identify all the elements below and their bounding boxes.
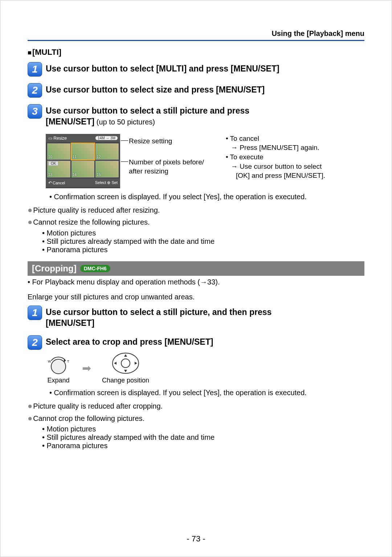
resize-sub-2: • Still pictures already stamped with th… bbox=[42, 237, 364, 246]
svg-marker-6 bbox=[124, 354, 127, 357]
svg-text:T: T bbox=[67, 360, 69, 363]
crop-step-1-badge: 1 bbox=[28, 306, 42, 320]
resize-sub-1: • Motion pictures bbox=[42, 229, 364, 237]
step-1-badge: 1 bbox=[28, 62, 42, 77]
square-bullet-icon: ■ bbox=[28, 49, 32, 56]
svg-text:W: W bbox=[48, 360, 51, 363]
svg-point-0 bbox=[51, 359, 66, 374]
step-2-badge: 2 bbox=[28, 83, 42, 98]
crop-sub-3: • Panorama pictures bbox=[42, 442, 364, 450]
back-icon: ↶ bbox=[48, 180, 52, 185]
crop-sub-2: • Still pictures already stamped with th… bbox=[42, 433, 364, 442]
multi-title: ■[MULTI] bbox=[28, 48, 364, 57]
step-3-badge: 3 bbox=[28, 104, 42, 119]
folder-icon: ▭ bbox=[48, 136, 52, 141]
svg-marker-9 bbox=[135, 362, 137, 365]
resize-note-1: ●Picture quality is reduced after resizi… bbox=[28, 205, 364, 216]
cropping-intro: Enlarge your still pictures and crop unw… bbox=[28, 293, 364, 301]
cropping-heading: [Cropping] DMC-FH6 bbox=[28, 261, 364, 276]
crop-step-1-text: Use cursor button to select a still pict… bbox=[46, 306, 271, 329]
crop-sub-1: • Motion pictures bbox=[42, 425, 364, 433]
crop-step-2-badge: 2 bbox=[28, 335, 42, 350]
page-number: - 73 - bbox=[0, 534, 392, 544]
resize-lcd-screenshot: ▭ Resize 14M → 3M 10 11 12 13 14 15 OK ↶… bbox=[46, 134, 120, 188]
model-badge: DMC-FH6 bbox=[80, 265, 110, 272]
svg-point-5 bbox=[121, 359, 130, 368]
step-1-text: Use cursor button to select [MULTI] and … bbox=[46, 62, 279, 74]
ok-button: OK bbox=[48, 161, 58, 166]
resize-note-2: ●Cannot resize the following pictures. bbox=[28, 217, 364, 228]
resize-confirmation: • Confirmation screen is displayed. If y… bbox=[49, 193, 364, 201]
crop-note-2: ●Cannot crop the following pictures. bbox=[28, 413, 364, 424]
step-3-text: Use cursor button to select a still pict… bbox=[46, 104, 249, 127]
svg-marker-7 bbox=[124, 370, 127, 372]
resize-sub-3: • Panorama pictures bbox=[42, 246, 364, 254]
lcd-annotations: Resize setting Number of pixels before/ … bbox=[129, 134, 204, 188]
arrow-right-icon: ➡ bbox=[82, 362, 91, 374]
crop-step-2-text: Select area to crop and press [MENU/SET] bbox=[46, 335, 213, 348]
crop-confirmation: • Confirmation screen is displayed. If y… bbox=[49, 389, 364, 397]
sidebar-tips: • To cancel → Press [MENU/SET] again. • … bbox=[226, 134, 325, 188]
cropping-ref: • For Playback menu display and operatio… bbox=[28, 278, 364, 286]
step-2-text: Use cursor button to select size and pre… bbox=[46, 83, 265, 95]
crop-note-1: ●Picture quality is reduced after croppi… bbox=[28, 401, 364, 411]
page-header: Using the [Playback] menu bbox=[28, 29, 364, 41]
zoom-dial-icon: W T Expand bbox=[46, 353, 71, 384]
dpad-icon: Change position bbox=[102, 352, 149, 384]
svg-marker-8 bbox=[114, 362, 117, 365]
